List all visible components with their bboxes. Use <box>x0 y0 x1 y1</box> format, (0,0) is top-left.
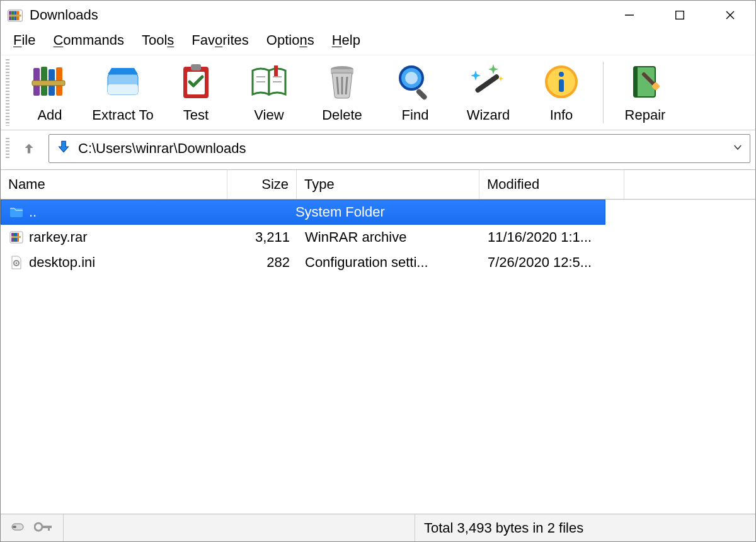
address-combobox[interactable]: C:\Users\winrar\Downloads <box>49 134 750 163</box>
svg-marker-34 <box>488 64 498 74</box>
svg-point-50 <box>16 263 18 264</box>
toolbar: Add Extract To Test <box>1 55 755 130</box>
test-button[interactable]: Test <box>159 59 232 126</box>
clipboard-check-icon <box>173 59 219 104</box>
close-button[interactable] <box>705 1 755 30</box>
toolbar-label: Delete <box>322 107 362 123</box>
toolbar-label: Test <box>183 107 209 123</box>
trash-icon <box>319 59 365 104</box>
svg-rect-14 <box>32 81 65 86</box>
file-name: rarkey.rar <box>29 229 88 246</box>
svg-point-53 <box>35 523 42 531</box>
key-icon <box>34 520 53 536</box>
svg-rect-40 <box>634 67 638 97</box>
toolbar-label: Repair <box>625 107 666 123</box>
minimize-button[interactable] <box>604 1 655 30</box>
column-header-modified[interactable]: Modified <box>479 170 624 199</box>
toolbar-separator <box>603 62 604 123</box>
toolbar-label: Info <box>550 107 573 123</box>
svg-marker-33 <box>471 71 481 81</box>
extract-to-button[interactable]: Extract To <box>86 59 159 126</box>
repair-book-icon <box>622 59 668 104</box>
ini-file-icon <box>9 255 24 270</box>
disk-icon <box>11 520 28 536</box>
svg-rect-32 <box>474 74 500 94</box>
toolbar-grip[interactable] <box>6 59 9 126</box>
svg-rect-7 <box>676 11 684 20</box>
file-type: WinRAR archive <box>297 227 480 248</box>
file-modified <box>464 210 605 215</box>
rar-file-icon <box>9 230 24 245</box>
status-middle <box>64 514 415 541</box>
view-button[interactable]: View <box>232 59 306 126</box>
svg-line-28 <box>346 77 347 94</box>
window-title: Downloads <box>30 7 604 23</box>
svg-rect-54 <box>42 526 52 528</box>
svg-rect-31 <box>415 88 428 101</box>
file-modified: 11/16/2020 1:1... <box>480 227 625 248</box>
statusbar: Total 3,493 bytes in 2 files <box>1 514 755 541</box>
svg-rect-19 <box>191 64 201 71</box>
file-modified: 7/26/2020 12:5... <box>480 252 625 273</box>
list-item[interactable]: rarkey.rar 3,211 WinRAR archive 11/16/20… <box>1 225 755 250</box>
menubar: File Commands Tools Favorites Options He… <box>1 30 755 55</box>
file-size: 3,211 <box>228 227 297 248</box>
address-row: C:\Users\winrar\Downloads <box>1 130 755 170</box>
list-item-parent-folder[interactable]: .. System Folder <box>1 200 605 225</box>
svg-point-30 <box>405 72 418 84</box>
file-type: System Folder <box>288 201 464 223</box>
svg-point-37 <box>559 72 564 77</box>
svg-rect-20 <box>274 65 278 77</box>
magic-wand-icon <box>466 59 511 104</box>
toolbar-label: Find <box>402 107 429 123</box>
file-size <box>220 210 288 215</box>
menu-tools[interactable]: Tools <box>142 32 174 48</box>
find-button[interactable]: Find <box>379 59 452 126</box>
file-name: desktop.ini <box>29 254 95 271</box>
menu-favorites[interactable]: Favorites <box>192 32 249 48</box>
svg-rect-55 <box>48 526 50 531</box>
menu-help[interactable]: Help <box>332 32 360 48</box>
down-arrow-icon <box>55 138 72 159</box>
svg-rect-52 <box>13 526 16 528</box>
svg-rect-38 <box>559 79 564 92</box>
maximize-button[interactable] <box>655 1 705 30</box>
chevron-down-icon[interactable] <box>732 142 743 156</box>
svg-rect-48 <box>11 236 21 238</box>
svg-line-26 <box>337 77 338 94</box>
folder-up-icon <box>9 205 24 220</box>
file-size: 282 <box>228 252 297 273</box>
status-security-indicator[interactable] <box>1 514 64 541</box>
file-list[interactable]: .. System Folder rarkey.rar 3,211 WinRAR… <box>1 200 755 514</box>
window-controls <box>604 1 755 30</box>
status-summary: Total 3,493 bytes in 2 files <box>415 514 755 541</box>
column-header-spacer <box>624 170 755 199</box>
file-name: .. <box>29 204 37 220</box>
menu-commands[interactable]: Commands <box>53 32 123 48</box>
delete-button[interactable]: Delete <box>306 59 379 126</box>
titlebar: Downloads <box>1 1 755 30</box>
column-header-name[interactable]: Name <box>1 170 227 199</box>
up-one-level-button[interactable] <box>16 135 42 162</box>
wizard-button[interactable]: Wizard <box>452 59 525 126</box>
winrar-app-icon <box>7 7 23 23</box>
column-header-type[interactable]: Type <box>297 170 479 199</box>
toolbar-label: Add <box>37 107 62 123</box>
toolbar-label: Extract To <box>92 107 153 123</box>
column-header-size[interactable]: Size <box>227 170 297 199</box>
add-button[interactable]: Add <box>13 59 86 126</box>
info-button[interactable]: Info <box>525 59 598 126</box>
address-grip[interactable] <box>6 138 9 159</box>
menu-options[interactable]: Options <box>266 32 314 48</box>
open-book-icon <box>246 59 292 104</box>
toolbar-label: View <box>254 107 284 123</box>
svg-rect-16 <box>108 84 138 94</box>
list-item[interactable]: desktop.ini 282 Configuration setti... 7… <box>1 250 755 275</box>
repair-button[interactable]: Repair <box>609 59 682 126</box>
address-path: C:\Users\winrar\Downloads <box>78 140 246 157</box>
books-stack-icon <box>27 59 72 104</box>
svg-rect-42 <box>10 208 23 217</box>
menu-file[interactable]: File <box>13 32 35 48</box>
magnifier-icon <box>392 59 438 104</box>
file-type: Configuration setti... <box>297 252 480 273</box>
